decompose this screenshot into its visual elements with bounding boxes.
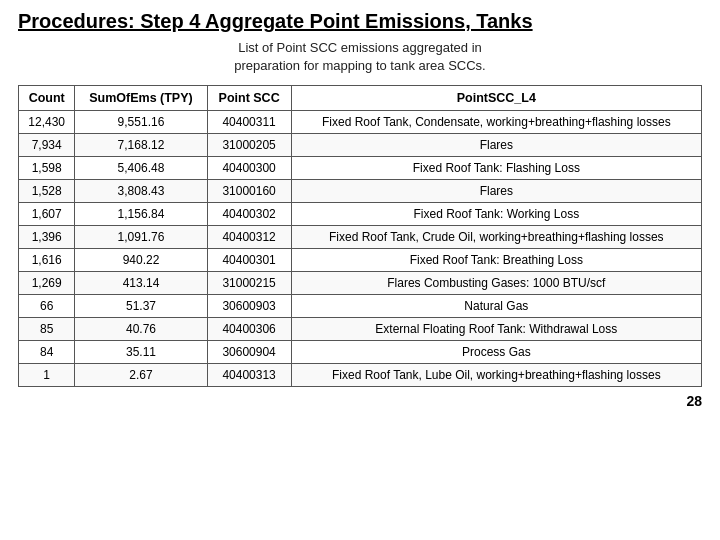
cell-count: 12,430 [19,111,75,134]
cell-desc: Fixed Roof Tank, Condensate, working+bre… [291,111,701,134]
cell-desc: Fixed Roof Tank: Breathing Loss [291,249,701,272]
cell-scc: 40400301 [207,249,291,272]
cell-scc: 40400306 [207,318,291,341]
subtitle: List of Point SCC emissions aggregated i… [18,39,702,75]
cell-desc: Natural Gas [291,295,701,318]
cell-sum: 1,156.84 [75,203,207,226]
cell-sum: 2.67 [75,364,207,387]
cell-count: 1 [19,364,75,387]
cell-scc: 40400300 [207,157,291,180]
cell-scc: 30600903 [207,295,291,318]
col-scc: Point SCC [207,86,291,111]
cell-sum: 9,551.16 [75,111,207,134]
cell-scc: 40400302 [207,203,291,226]
cell-scc: 40400311 [207,111,291,134]
cell-desc: Fixed Roof Tank: Flashing Loss [291,157,701,180]
cell-sum: 51.37 [75,295,207,318]
table-row: 1,616 940.22 40400301 Fixed Roof Tank: B… [19,249,702,272]
cell-desc: Process Gas [291,341,701,364]
cell-sum: 7,168.12 [75,134,207,157]
cell-count: 66 [19,295,75,318]
cell-sum: 940.22 [75,249,207,272]
cell-count: 1,598 [19,157,75,180]
cell-sum: 413.14 [75,272,207,295]
cell-count: 1,269 [19,272,75,295]
cell-desc: Flares [291,134,701,157]
cell-count: 85 [19,318,75,341]
cell-count: 84 [19,341,75,364]
table-row: 7,934 7,168.12 31000205 Flares [19,134,702,157]
col-sum: SumOfEms (TPY) [75,86,207,111]
page-number: 28 [18,393,702,409]
cell-scc: 30600904 [207,341,291,364]
table-row: 1,607 1,156.84 40400302 Fixed Roof Tank:… [19,203,702,226]
cell-desc: External Floating Roof Tank: Withdrawal … [291,318,701,341]
cell-scc: 31000205 [207,134,291,157]
cell-desc: Flares Combusting Gases: 1000 BTU/scf [291,272,701,295]
cell-count: 1,616 [19,249,75,272]
cell-scc: 40400313 [207,364,291,387]
cell-count: 7,934 [19,134,75,157]
table-row: 1,598 5,406.48 40400300 Fixed Roof Tank:… [19,157,702,180]
cell-sum: 35.11 [75,341,207,364]
table-row: 85 40.76 40400306 External Floating Roof… [19,318,702,341]
cell-sum: 3,808.43 [75,180,207,203]
cell-scc: 31000160 [207,180,291,203]
cell-scc: 40400312 [207,226,291,249]
cell-scc: 31000215 [207,272,291,295]
table-row: 12,430 9,551.16 40400311 Fixed Roof Tank… [19,111,702,134]
cell-count: 1,528 [19,180,75,203]
table-row: 1 2.67 40400313 Fixed Roof Tank, Lube Oi… [19,364,702,387]
cell-count: 1,607 [19,203,75,226]
table-row: 1,396 1,091.76 40400312 Fixed Roof Tank,… [19,226,702,249]
col-count: Count [19,86,75,111]
table-row: 66 51.37 30600903 Natural Gas [19,295,702,318]
cell-sum: 1,091.76 [75,226,207,249]
table-row: 1,269 413.14 31000215 Flares Combusting … [19,272,702,295]
cell-sum: 40.76 [75,318,207,341]
page-title: Procedures: Step 4 Aggregate Point Emiss… [18,10,702,33]
table-row: 1,528 3,808.43 31000160 Flares [19,180,702,203]
cell-count: 1,396 [19,226,75,249]
cell-sum: 5,406.48 [75,157,207,180]
cell-desc: Flares [291,180,701,203]
col-scc-l4: PointSCC_L4 [291,86,701,111]
cell-desc: Fixed Roof Tank: Working Loss [291,203,701,226]
data-table: Count SumOfEms (TPY) Point SCC PointSCC_… [18,85,702,387]
cell-desc: Fixed Roof Tank, Lube Oil, working+breat… [291,364,701,387]
table-row: 84 35.11 30600904 Process Gas [19,341,702,364]
cell-desc: Fixed Roof Tank, Crude Oil, working+brea… [291,226,701,249]
